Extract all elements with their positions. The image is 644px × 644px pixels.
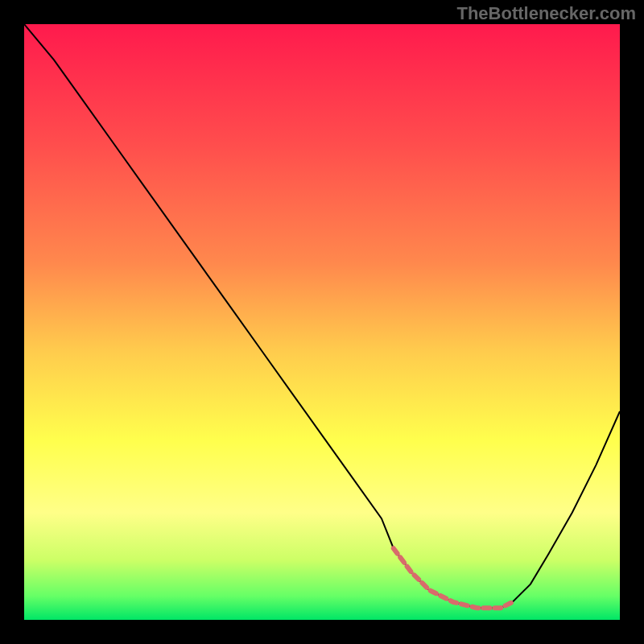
- sweet-spot-highlight: [394, 548, 513, 608]
- chart-area: [24, 24, 620, 620]
- bottleneck-curve: [24, 24, 620, 608]
- watermark-text: TheBottlenecker.com: [456, 3, 636, 24]
- chart-svg: [24, 24, 620, 620]
